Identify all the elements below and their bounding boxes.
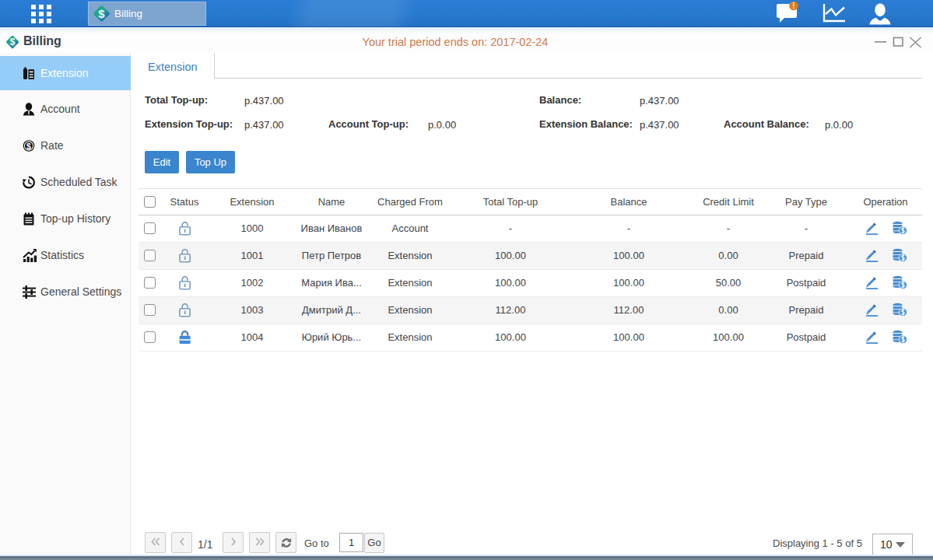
svg-text:!: ! bbox=[792, 2, 794, 10]
svg-text:$: $ bbox=[26, 142, 31, 151]
svg-text:$: $ bbox=[98, 7, 105, 20]
